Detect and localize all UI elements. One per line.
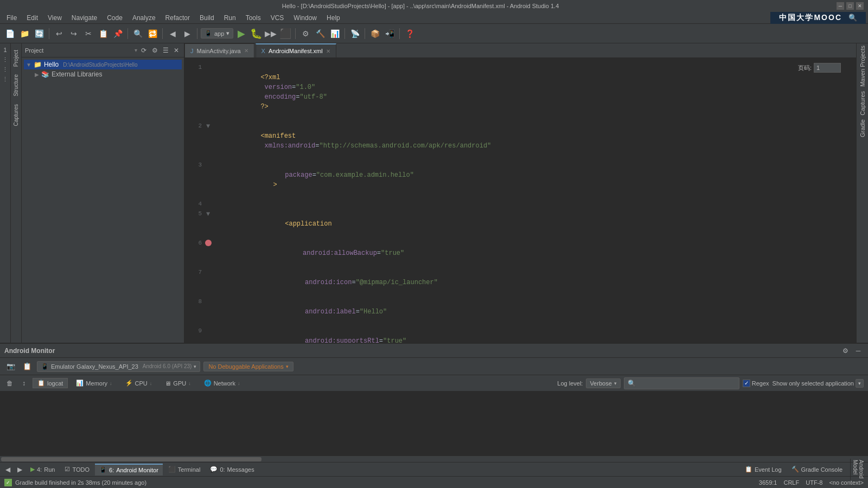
captures-tab[interactable]: Captures: [12, 102, 20, 129]
toolbar-replace-btn[interactable]: 🔁: [146, 27, 159, 40]
device-screenshot-icon[interactable]: 📷: [4, 360, 17, 373]
android-device-monitor-btn[interactable]: 📡: [348, 27, 361, 40]
editor-content[interactable]: 1 <?xml version="1.0" encoding="utf-8" ?…: [184, 59, 856, 343]
monitor-settings-icon[interactable]: ⚙: [840, 345, 851, 356]
minimize-btn[interactable]: ─: [837, 2, 844, 10]
logcat-content[interactable]: [0, 391, 868, 455]
toolbar-new-btn[interactable]: 📄: [3, 27, 16, 40]
left-sidebar-icon-2[interactable]: ⋮: [1, 55, 10, 64]
menu-build[interactable]: Build: [195, 13, 219, 23]
tab-android-manifest-close[interactable]: ✕: [326, 48, 330, 54]
toolbar-undo-btn[interactable]: ↩: [53, 27, 66, 40]
project-gear-icon[interactable]: ☰: [161, 46, 170, 55]
log-level-select[interactable]: Verbose ▾: [586, 378, 620, 388]
mooc-logo-text: 中国大学MOOC: [779, 13, 842, 23]
page-input[interactable]: [814, 63, 841, 73]
menu-vcs[interactable]: VCS: [266, 13, 289, 23]
project-hide-icon[interactable]: ✕: [172, 46, 181, 55]
toolbar-redo-btn[interactable]: ↪: [67, 27, 80, 40]
left-tool-tabs: Project Structure Captures: [11, 43, 22, 343]
run-tests-btn[interactable]: ⚙: [299, 27, 312, 40]
bottom-tab-event-log[interactable]: 📋 Event Log: [741, 464, 786, 476]
status-right: 3659:1 CRLF UTF-8 <no context>: [759, 479, 864, 486]
toolbar-sync-btn[interactable]: 🔄: [33, 27, 46, 40]
menu-view[interactable]: View: [43, 13, 66, 23]
toolbar-forward-btn[interactable]: ▶: [181, 27, 194, 40]
editor-area[interactable]: 1 <?xml version="1.0" encoding="utf-8" ?…: [184, 59, 856, 343]
monitor-minimize-icon[interactable]: ─: [853, 345, 864, 356]
menu-help[interactable]: Help: [322, 13, 344, 23]
app-selector[interactable]: No Debuggable Applications ▾: [203, 362, 293, 371]
right-arrow-icon[interactable]: ▶: [14, 464, 25, 476]
project-settings-icon[interactable]: ⚙: [150, 46, 159, 55]
maven-projects-tab[interactable]: Maven Projects: [858, 43, 867, 89]
tab-main-activity[interactable]: J MainActivity.java ✕: [184, 43, 254, 57]
toolbar-copy-btn[interactable]: 📋: [97, 27, 110, 40]
tree-item-external-libs[interactable]: ▶ 📚 External Libraries: [24, 69, 182, 79]
horizontal-scrollbar[interactable]: [0, 455, 868, 462]
menu-code[interactable]: Code: [103, 13, 127, 23]
logcat-clear-icon[interactable]: 🗑: [4, 378, 15, 389]
bottom-tab-android-monitor[interactable]: 📱 6: Android Monitor: [95, 464, 163, 476]
maximize-btn[interactable]: □: [846, 2, 854, 10]
menu-file[interactable]: File: [2, 13, 21, 23]
toolbar-back-btn[interactable]: ◀: [166, 27, 179, 40]
project-tab[interactable]: Project: [12, 48, 20, 69]
logcat-tab-gpu[interactable]: 🖥 GPU ↓: [160, 378, 195, 388]
toolbar-open-btn[interactable]: 📁: [18, 27, 31, 40]
device-chevron-icon: ▾: [194, 364, 196, 369]
toolbar-find-btn[interactable]: 🔍: [131, 27, 144, 40]
regex-checkbox[interactable]: ✓: [743, 380, 750, 387]
left-arrow-icon[interactable]: ◀: [2, 464, 13, 476]
build-btn[interactable]: 🔨: [314, 27, 327, 40]
debug-btn[interactable]: 🐛: [250, 27, 263, 40]
captures-tab-right[interactable]: Captures: [858, 89, 867, 118]
logcat-tab-logcat[interactable]: 📋 logcat: [33, 378, 68, 388]
regex-container[interactable]: ✓ Regex: [743, 380, 769, 387]
menu-edit[interactable]: Edit: [22, 13, 42, 23]
bottom-tab-todo[interactable]: ☑ TODO: [60, 464, 94, 476]
help-btn[interactable]: ❓: [403, 27, 416, 40]
menu-window[interactable]: Window: [289, 13, 321, 23]
avd-manager-btn[interactable]: 📲: [383, 27, 396, 40]
left-sidebar-icon-4[interactable]: ⋮: [1, 75, 10, 84]
log-search-input[interactable]: [638, 379, 736, 388]
menu-refactor[interactable]: Refactor: [161, 13, 194, 23]
project-sync-icon[interactable]: ⟳: [139, 46, 148, 55]
close-btn[interactable]: ✕: [856, 2, 864, 10]
show-only-dropdown[interactable]: ▾: [856, 379, 864, 388]
run-with-coverage-btn[interactable]: ▶▶: [264, 27, 277, 40]
bottom-tab-terminal[interactable]: ⬛ Terminal: [164, 464, 205, 476]
tree-item-hello[interactable]: ▼ 📁 Hello D:\AndroidStudioProjects\Hello: [24, 60, 182, 69]
run-btn[interactable]: ▶: [235, 27, 248, 40]
toolbar-paste-btn[interactable]: 📌: [111, 27, 124, 40]
logcat-icon[interactable]: 📋: [21, 360, 34, 373]
gen-javadoc-btn[interactable]: 📊: [328, 27, 341, 40]
logcat-tab-cpu[interactable]: ⚡ CPU ↓: [120, 378, 157, 388]
tab-xml-icon: X: [261, 48, 265, 54]
menu-run[interactable]: Run: [220, 13, 240, 23]
android-model-tab[interactable]: Android Model: [850, 459, 866, 479]
bottom-tab-gradle-console[interactable]: 🔨 Gradle Console: [787, 464, 847, 476]
scroll-thumb[interactable]: [1, 457, 261, 461]
sdk-manager-btn[interactable]: 📦: [368, 27, 381, 40]
bottom-tab-messages[interactable]: 💬 0: Messages: [206, 464, 258, 476]
structure-tab[interactable]: Structure: [12, 72, 20, 99]
menu-tools[interactable]: Tools: [241, 13, 265, 23]
logcat-tab-memory[interactable]: 📊 Memory ↓: [71, 378, 117, 388]
tab-main-activity-close[interactable]: ✕: [244, 48, 248, 54]
toolbar-sep-4: [197, 28, 197, 39]
toolbar-cut-btn[interactable]: ✂: [82, 27, 95, 40]
run-config-dropdown[interactable]: 📱 app ▾: [201, 28, 233, 38]
gradle-tab[interactable]: Gradle: [858, 117, 867, 139]
left-sidebar-icon-1[interactable]: 1: [1, 46, 10, 54]
device-selector[interactable]: 📱 Emulator Galaxy_Nexus_API_23 Android 6…: [37, 361, 200, 372]
bottom-tab-run[interactable]: ▶ 4: Run: [26, 464, 59, 476]
logcat-scroll-icon[interactable]: ↕: [18, 378, 29, 389]
menu-navigate[interactable]: Navigate: [67, 13, 101, 23]
stop-btn[interactable]: ⬛: [279, 27, 292, 40]
menu-analyze[interactable]: Analyze: [128, 13, 160, 23]
logcat-tab-network[interactable]: 🌐 Network ↓: [199, 378, 245, 388]
tab-android-manifest[interactable]: X AndroidManifest.xml ✕: [256, 43, 336, 57]
left-sidebar-icon-3[interactable]: ⋮: [1, 65, 10, 74]
